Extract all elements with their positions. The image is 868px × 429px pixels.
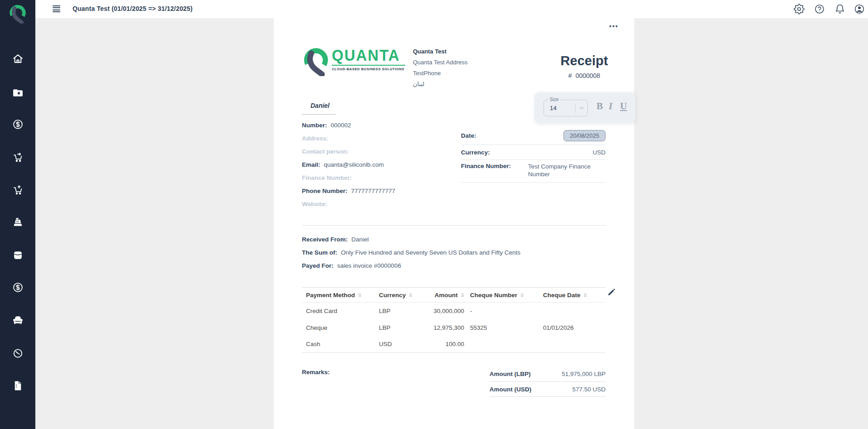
total-lbp-value: 51,975,000 LBP: [562, 371, 606, 377]
customer-field-contact-person: Contact person:: [302, 145, 395, 158]
received-from-row: Received From: Daniel: [302, 233, 520, 246]
font-size-label: Size: [548, 97, 560, 102]
receipt-meta: Date: 20/08/2025 Currency: USD Finance N…: [461, 127, 606, 183]
sidebar-item-folder-star[interactable]: [0, 86, 35, 99]
customer-field-website: Website:: [302, 198, 395, 211]
sidebar-item-time[interactable]: [0, 346, 35, 360]
sidebar-item-assets[interactable]: [0, 313, 35, 327]
account-button[interactable]: [854, 4, 865, 14]
cell-cheque-number: -: [466, 303, 539, 319]
field-value: 7777777777777: [351, 188, 396, 194]
help-button[interactable]: [814, 4, 825, 14]
date-picker-button[interactable]: 20/08/2025: [563, 130, 606, 141]
font-size-value[interactable]: 14: [550, 105, 575, 111]
sum-of-label: The Sum of:: [302, 249, 337, 256]
underline-button[interactable]: U: [620, 101, 627, 112]
cell-payment-method: Cash: [302, 336, 375, 353]
sidebar-item-wallet[interactable]: [0, 248, 35, 262]
col-currency[interactable]: Currency⠿: [375, 288, 427, 303]
format-toolbar: Size 14 B I U: [535, 92, 635, 123]
company-name: Quanta Test: [413, 46, 467, 57]
received-from-value: Daniel: [351, 236, 369, 243]
sidebar-item-accounting[interactable]: [0, 280, 35, 294]
customer-field-email: Email: quanta@siliconlb.com: [302, 158, 395, 171]
section-divider: [302, 225, 606, 226]
cell-amount: 100.00: [427, 336, 466, 353]
meta-row-currency: Currency: USD: [461, 145, 606, 160]
field-label: Email:: [302, 161, 320, 168]
field-label: Contact person:: [302, 148, 349, 155]
bold-button[interactable]: B: [596, 101, 603, 112]
sidebar-item-sales[interactable]: [0, 150, 35, 164]
company-phone: TestPhone: [413, 68, 467, 79]
field-label: Finance Number:: [302, 174, 352, 181]
cell-currency: LBP: [375, 319, 427, 336]
total-lbp-label: Amount (LBP): [490, 371, 531, 377]
menu-icon[interactable]: [53, 5, 60, 12]
cell-cheque-date: [539, 336, 606, 353]
total-usd-value: 577.50 USD: [572, 386, 606, 393]
drag-handle-icon[interactable]: ⠿: [461, 293, 464, 298]
cell-cheque-number: 55325: [466, 319, 539, 336]
remarks-label: Remarks:: [302, 369, 330, 376]
meta-row-date: Date: 20/08/2025: [461, 127, 606, 145]
italic-button[interactable]: I: [609, 101, 612, 112]
payed-for-label: Payed For:: [302, 262, 334, 269]
sidebar-item-money[interactable]: [0, 117, 35, 131]
sidebar-item-home[interactable]: [0, 52, 35, 65]
customer-name-underline: [302, 114, 336, 115]
currency-value: USD: [528, 149, 606, 156]
col-cheque-number[interactable]: Cheque Number⠿: [466, 288, 539, 303]
pencil-icon: [607, 288, 616, 296]
drag-handle-icon[interactable]: ⠿: [584, 293, 587, 298]
edit-payments-button[interactable]: [607, 288, 616, 296]
cash-register-icon: [12, 217, 24, 228]
sidebar-item-reports[interactable]: [0, 379, 35, 392]
cell-payment-method: Credit Card: [302, 303, 375, 319]
cell-amount: 12,975,300: [427, 319, 466, 336]
total-lbp-row: Amount (LBP) 51,975,000 LBP: [490, 366, 606, 382]
payment-row: Cheque LBP 12,975,300 55325 01/01/2026: [302, 319, 606, 336]
sidebar-item-purchases[interactable]: [0, 183, 35, 197]
armchair-icon: [12, 314, 24, 326]
cart-arrow-icon: [12, 152, 24, 163]
file-invoice-icon: [12, 380, 24, 391]
total-usd-row: Amount (USD) 577.50 USD: [490, 382, 606, 397]
topbar: Quanta Test (01/01/2025 => 31/12/2025): [35, 0, 868, 18]
total-usd-label: Amount (USD): [490, 386, 531, 393]
drag-handle-icon[interactable]: ⠿: [520, 293, 524, 298]
col-amount[interactable]: Amount⠿: [427, 288, 466, 303]
receipt-document: ••• QUANTA CLOUD-BASED BUSINESS SOLUTION…: [274, 18, 634, 429]
document-options-icon[interactable]: •••: [609, 23, 619, 30]
notifications-button[interactable]: [834, 4, 845, 14]
dollar-circle-icon: [12, 119, 24, 130]
settings-button[interactable]: [794, 4, 805, 14]
page-title: Quanta Test (01/01/2025 => 31/12/2025): [73, 5, 193, 12]
cell-payment-method: Cheque: [302, 319, 375, 336]
received-from-label: Received From:: [302, 236, 348, 243]
drag-handle-icon[interactable]: ⠿: [409, 293, 412, 298]
company-address: Quanta Test Address: [413, 57, 467, 68]
company-info: Quanta Test Quanta Test Address TestPhon…: [413, 46, 467, 90]
payments-header-row: Payment Method⠿ Currency⠿ Amount⠿ Cheque…: [302, 288, 606, 303]
sidebar-item-cash-register[interactable]: [0, 215, 35, 229]
quanta-logo[interactable]: [8, 4, 28, 24]
font-size-select[interactable]: Size 14: [543, 100, 588, 116]
brand-divider: [332, 65, 405, 66]
finance-number-label: Finance Number:: [461, 163, 528, 169]
receipt-number: #0000008: [550, 72, 618, 79]
chevron-down-icon[interactable]: [576, 105, 587, 111]
customer-field-phone: Phone Number: 7777777777777: [302, 184, 395, 198]
customer-field-number: Number: 000002: [302, 119, 395, 132]
col-payment-method[interactable]: Payment Method⠿: [302, 288, 375, 303]
col-cheque-date[interactable]: Cheque Date⠿: [539, 288, 606, 303]
brand-tagline: CLOUD-BASED BUSINESS SOLUTIONS: [332, 67, 405, 71]
cell-cheque-date: 01/01/2026: [539, 319, 606, 336]
cell-cheque-date: [539, 303, 606, 319]
quanta-logo-mark: [301, 46, 331, 78]
customer-name: Daniel: [310, 102, 330, 109]
sidebar: [0, 0, 35, 429]
folder-star-icon: [12, 87, 24, 98]
payed-for-value: sales invoice #0000006: [337, 262, 401, 269]
drag-handle-icon[interactable]: ⠿: [358, 293, 361, 298]
